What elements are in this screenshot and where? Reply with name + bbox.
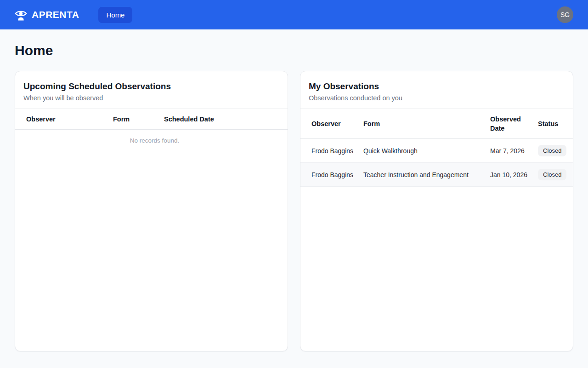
upcoming-observations-table: Observer Form Scheduled Date No records … bbox=[15, 109, 288, 152]
observer-cell: Frodo Baggins bbox=[300, 139, 359, 163]
column-header-observer: Observer bbox=[300, 109, 359, 139]
upcoming-card-subtitle: When you will be observed bbox=[23, 94, 277, 102]
upcoming-card-title: Upcoming Scheduled Observations bbox=[23, 81, 277, 92]
cards-row: Upcoming Scheduled Observations When you… bbox=[15, 71, 573, 351]
my-observations-card: My Observations Observations conducted o… bbox=[300, 71, 573, 351]
brand-logo[interactable]: APRENTA bbox=[15, 9, 79, 21]
my-observations-card-title: My Observations bbox=[309, 81, 562, 92]
table-header-row: Observer Form Observed Date Status bbox=[300, 109, 573, 139]
avatar[interactable]: SG bbox=[557, 6, 573, 23]
empty-state-row: No records found. bbox=[15, 130, 288, 152]
status-cell: Closed bbox=[533, 163, 573, 187]
upcoming-card-header: Upcoming Scheduled Observations When you… bbox=[15, 71, 288, 109]
main-content: Home Upcoming Scheduled Observations Whe… bbox=[0, 29, 588, 351]
nav-home-button[interactable]: Home bbox=[98, 7, 132, 23]
status-badge: Closed bbox=[538, 169, 566, 180]
status-badge: Closed bbox=[538, 145, 566, 156]
empty-state-message: No records found. bbox=[15, 130, 288, 152]
column-header-form: Form bbox=[359, 109, 486, 139]
upcoming-observations-card: Upcoming Scheduled Observations When you… bbox=[15, 71, 288, 351]
main-nav: Home bbox=[98, 7, 132, 23]
observed-date-cell: Mar 7, 2026 bbox=[486, 139, 533, 163]
my-observations-card-header: My Observations Observations conducted o… bbox=[300, 71, 573, 109]
status-cell: Closed bbox=[533, 139, 573, 163]
column-header-observed-date: Observed Date bbox=[486, 109, 533, 139]
page-title: Home bbox=[15, 43, 573, 58]
column-header-scheduled-date: Scheduled Date bbox=[159, 109, 288, 130]
column-header-observer: Observer bbox=[15, 109, 108, 130]
top-navigation-bar: APRENTA Home SG bbox=[0, 0, 588, 29]
brand-name: APRENTA bbox=[32, 9, 79, 20]
my-observations-card-subtitle: Observations conducted on you bbox=[309, 94, 562, 102]
observation-row[interactable]: Frodo Baggins Teacher Instruction and En… bbox=[300, 163, 573, 187]
column-header-status: Status bbox=[533, 109, 573, 139]
form-cell: Teacher Instruction and Engagement bbox=[359, 163, 486, 187]
observer-eye-icon bbox=[15, 9, 27, 21]
observer-cell: Frodo Baggins bbox=[300, 163, 359, 187]
observed-date-cell: Jan 10, 2026 bbox=[486, 163, 533, 187]
my-observations-table: Observer Form Observed Date Status Frodo… bbox=[300, 109, 573, 187]
column-header-form: Form bbox=[108, 109, 159, 130]
form-cell: Quick Walkthrough bbox=[359, 139, 486, 163]
table-header-row: Observer Form Scheduled Date bbox=[15, 109, 288, 130]
observation-row[interactable]: Frodo Baggins Quick Walkthrough Mar 7, 2… bbox=[300, 139, 573, 163]
